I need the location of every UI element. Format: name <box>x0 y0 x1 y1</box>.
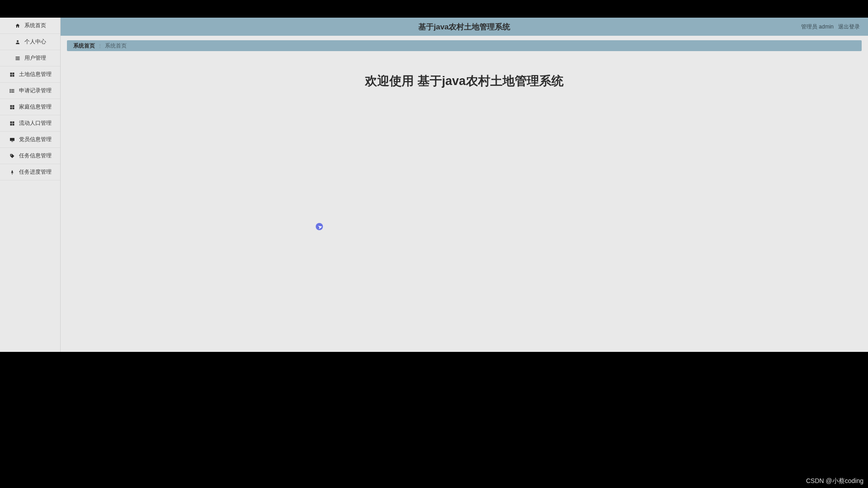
sidebar-item-label: 任务进度管理 <box>19 168 52 176</box>
breadcrumb-current: 系统首页 <box>105 42 127 50</box>
header-right: 管理员 admin 退出登录 <box>801 23 868 31</box>
content: 系统首页 ⋮ 系统首页 欢迎使用 基于java农村土地管理系统 <box>61 36 868 352</box>
person-icon <box>14 39 21 45</box>
svg-rect-15 <box>12 105 14 107</box>
svg-point-12 <box>10 90 10 91</box>
sidebar-item-label: 党员信息管理 <box>19 136 52 143</box>
svg-rect-21 <box>12 123 14 125</box>
bottom-black-bar: CSDN @小蔡coding <box>0 352 868 488</box>
svg-rect-22 <box>10 138 14 141</box>
sidebar-item-land[interactable]: 土地信息管理 <box>0 66 60 83</box>
sidebar-item-home[interactable]: 系统首页 <box>0 18 60 34</box>
grid-icon <box>9 120 15 127</box>
svg-rect-18 <box>10 121 12 123</box>
grid-icon <box>9 104 15 110</box>
svg-rect-7 <box>12 75 14 76</box>
sidebar-item-floating[interactable]: 流动人口管理 <box>0 115 60 132</box>
svg-point-13 <box>10 92 10 92</box>
svg-point-11 <box>10 89 10 90</box>
main-area: 基于java农村土地管理系统 管理员 admin 退出登录 系统首页 ⋮ 系统首… <box>61 18 868 352</box>
sidebar-item-label: 土地信息管理 <box>19 71 52 78</box>
svg-point-0 <box>17 40 19 42</box>
grid-icon <box>9 71 15 78</box>
app-container: 系统首页 个人中心 用户管理 土地信息管理 申请记录管理 <box>0 18 868 352</box>
svg-rect-19 <box>12 121 14 123</box>
pin-icon <box>9 169 15 175</box>
sidebar-item-party[interactable]: 党员信息管理 <box>0 132 60 148</box>
monitor-icon <box>9 137 15 143</box>
watermark: CSDN @小蔡coding <box>806 477 863 485</box>
sidebar-item-progress[interactable]: 任务进度管理 <box>0 164 60 180</box>
svg-rect-17 <box>12 107 14 109</box>
header-bar: 基于java农村土地管理系统 管理员 admin 退出登录 <box>61 18 868 36</box>
sidebar: 系统首页 个人中心 用户管理 土地信息管理 申请记录管理 <box>0 18 61 352</box>
svg-rect-5 <box>12 72 14 74</box>
sidebar-item-family[interactable]: 家庭信息管理 <box>0 99 60 115</box>
svg-rect-20 <box>10 123 12 125</box>
top-black-bar <box>0 0 868 18</box>
svg-rect-6 <box>10 75 12 76</box>
sidebar-item-label: 家庭信息管理 <box>19 103 52 111</box>
sidebar-item-label: 个人中心 <box>24 38 46 46</box>
breadcrumb-separator: ⋮ <box>98 43 102 48</box>
svg-point-24 <box>11 155 12 156</box>
breadcrumb-root[interactable]: 系统首页 <box>73 42 95 50</box>
sidebar-item-profile[interactable]: 个人中心 <box>0 34 60 50</box>
sidebar-item-label: 流动人口管理 <box>19 119 52 127</box>
sidebar-item-task[interactable]: 任务信息管理 <box>0 148 60 164</box>
sidebar-item-label: 用户管理 <box>24 54 46 62</box>
breadcrumb: 系统首页 ⋮ 系统首页 <box>67 40 862 51</box>
tag-icon <box>9 153 15 159</box>
sidebar-item-label: 系统首页 <box>24 22 46 29</box>
svg-rect-14 <box>10 105 12 107</box>
sidebar-item-apply[interactable]: 申请记录管理 <box>0 83 60 99</box>
svg-rect-23 <box>11 141 13 142</box>
logout-link[interactable]: 退出登录 <box>838 23 860 31</box>
sidebar-item-label: 任务信息管理 <box>19 152 52 160</box>
app-title: 基于java农村土地管理系统 <box>418 22 510 32</box>
svg-rect-25 <box>12 173 12 175</box>
svg-rect-4 <box>10 72 12 74</box>
list-icon <box>9 88 15 94</box>
sidebar-item-users[interactable]: 用户管理 <box>0 50 60 66</box>
svg-rect-16 <box>10 107 12 109</box>
sidebar-item-label: 申请记录管理 <box>19 87 52 95</box>
menu-icon <box>14 55 21 62</box>
user-label: 管理员 admin <box>801 23 834 31</box>
welcome-heading: 欢迎使用 基于java农村土地管理系统 <box>67 73 862 89</box>
home-icon <box>14 23 21 29</box>
